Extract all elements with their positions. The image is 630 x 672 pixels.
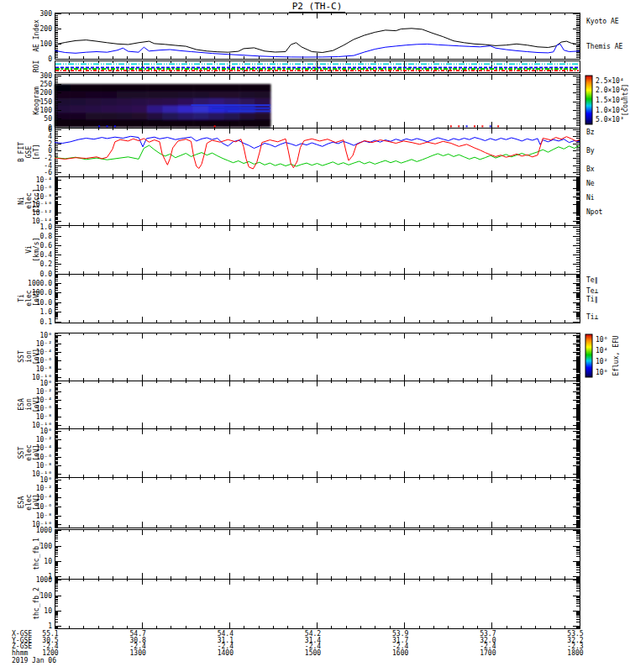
keogram-colorbar-label: 5.0×10³: [596, 116, 624, 123]
ae-index-ytick: 300: [40, 10, 53, 18]
panel-v-i: 0.00.20.40.60.81.0Vi[km/s]: [25, 223, 580, 278]
sst-elec-ytick: 10⁰: [40, 428, 52, 435]
keogram-ytick: 200: [40, 89, 53, 97]
esa-elec-ytick: 10⁻²: [36, 485, 52, 492]
b-fit-ytick: -2: [44, 155, 52, 162]
data-dot: [450, 125, 452, 127]
data-dot: [490, 125, 491, 127]
keogram-ytick: 250: [40, 81, 53, 88]
date-label: 2019 Jan 06: [12, 657, 56, 664]
b-fit-frame: [55, 128, 580, 176]
b-fit-ylabel: GSE: [25, 146, 33, 159]
n-i-legend-ne: Ne: [586, 180, 595, 187]
v-i-ytick: 0.0: [40, 270, 53, 278]
series-bx: [55, 136, 580, 148]
v-i-ytick: 1.0: [40, 223, 53, 231]
n-i-ylabel: Ni: [18, 197, 25, 205]
n-i-legend-ni: Ni: [586, 194, 595, 202]
footer-row-label: hhmm: [12, 649, 28, 657]
t-i-legend-te∥: Te∥: [586, 276, 598, 284]
sst-ion-ytick: 10⁻²: [36, 340, 52, 348]
plot-canvas: 0100200300AE IndexKyoto AEThemis AEROI05…: [0, 0, 630, 672]
panel-sst-ion: 10⁰10⁻²10⁻⁴10⁻⁶10⁻⁸10⁻¹⁰SSTion[eV]10⁶10⁴…: [18, 332, 620, 382]
keogram-ytick: 50: [44, 115, 52, 123]
sst-ion-frame: [55, 333, 580, 381]
footer-value: 1700: [480, 649, 496, 657]
footer-value: 1200: [42, 649, 58, 657]
tplot-window: P2 (TH-C) 0100200300AE IndexKyoto AEThem…: [0, 0, 630, 672]
v-i-frame: [55, 225, 580, 274]
sst-ion-ylabel: SST: [18, 350, 25, 363]
sst-ion-colorbar-label: 10²: [596, 358, 607, 365]
data-dot: [466, 125, 468, 127]
keogram-colorbar-label: 1.0×10⁴: [596, 107, 624, 114]
esa-ion-ylabel: ESA: [18, 398, 25, 411]
sst-ion-colorbar-unit: Eflux, EFU: [612, 335, 620, 375]
ae-index-legend-kyoto-ae: Kyoto AE: [586, 18, 619, 25]
sst-ion-ylabel: ion: [25, 350, 33, 363]
thc-fb-2-ytick: 10: [44, 607, 52, 615]
data-dot: [107, 125, 108, 127]
data-dot: [114, 125, 116, 127]
esa-elec-ylabel: [eV]: [33, 494, 40, 510]
b-fit-ylabel: B FIT: [18, 142, 25, 162]
esa-elec-ytick: 10⁰: [40, 476, 52, 484]
b-fit-ytick: 4: [48, 133, 52, 140]
panel-thc-fb-2: 1101001000thc_fb_2: [33, 576, 580, 630]
b-fit-ytick: 6: [48, 126, 52, 134]
footer-axis-labels: X-GSE55.154.754.454.253.953.753.5Y-GSE30…: [12, 630, 584, 664]
ae-index-ytick: 0: [48, 55, 52, 63]
footer-value: 1400: [218, 649, 234, 657]
data-dot: [474, 125, 475, 127]
esa-ion-ytick: 10⁰: [40, 380, 52, 387]
t-i-ylabel: [eV]: [33, 290, 40, 306]
b-fit-ytick: -4: [44, 162, 52, 170]
t-i-ylabel: elec: [25, 290, 33, 306]
footer-value: 1800: [567, 649, 583, 657]
sst-ion-colorbar-label: 10⁰: [596, 369, 607, 376]
panel-keogram: 050100150200250300Keogram2.5×10⁴2.0×10⁴1…: [33, 72, 629, 132]
v-i-ytick: 0.4: [40, 251, 53, 259]
sst-ion-ytick: 10⁰: [40, 332, 52, 339]
esa-ion-ylabel: [eV]: [33, 396, 40, 412]
esa-elec-ylabel: ESA: [18, 496, 25, 509]
n-i-ylabel: [1/cc]: [33, 189, 40, 213]
footer-value: 1600: [392, 649, 408, 657]
panel-ae-index: 0100200300AE IndexKyoto AEThemis AE: [33, 10, 623, 62]
sst-elec-frame: [55, 428, 580, 477]
sst-elec-ytick: 10⁻⁸: [36, 462, 52, 470]
n-i-ytick: 10⁻⁴: [36, 176, 52, 184]
thc-fb-2-ylabel: thc_fb_2: [33, 587, 40, 620]
b-fit-ytick: -6: [44, 169, 52, 176]
ae-index-ylabel: AE Index: [33, 19, 40, 52]
panel-sst-elec: 10⁰10⁻²10⁻⁴10⁻⁶10⁻⁸10⁻¹⁰SSTelec[eV]: [18, 428, 580, 479]
v-i-ytick: 0.6: [40, 242, 53, 249]
keogram-colorbar-label: 1.5×10⁴: [596, 97, 624, 104]
b-fit-legend-bz: Bz: [586, 129, 595, 136]
n-i-ylabel: elec: [25, 192, 33, 208]
t-i-legend-ti⊥: Ti⊥: [586, 313, 599, 321]
ae-index-ytick: 100: [40, 40, 53, 48]
thc-fb-2-ytick: 1: [48, 622, 52, 630]
esa-elec-ylabel: elec: [25, 494, 33, 510]
thc-fb-1-ytick: 100: [40, 543, 53, 550]
footer-value: 1300: [130, 649, 146, 657]
roi-ylabel: ROI: [33, 60, 40, 73]
esa-elec-frame: [55, 477, 580, 528]
footer-value: 1500: [305, 649, 321, 657]
thc-fb-1-ylabel: thc_fb_1: [33, 538, 40, 570]
t-i-frame: [55, 274, 580, 323]
keogram-ytick: 300: [40, 72, 53, 80]
t-i-ylabel: Ti: [18, 294, 25, 302]
v-i-ylabel: Vi: [25, 245, 33, 254]
sst-ion-colorbar-label: 10⁴: [596, 347, 607, 354]
t-i-ytick: 1.0: [40, 308, 53, 316]
b-fit-ylabel: [nT]: [33, 144, 40, 160]
keogram-colorbar-unit: [counts]: [622, 84, 629, 117]
thc-fb-2-frame: [55, 579, 580, 628]
sst-elec-ylabel: [eV]: [33, 444, 40, 460]
esa-elec-ytick: 10⁻⁸: [36, 512, 52, 520]
panel-t-i: 0.11.010.0100.01000.0Tielec[eV]Te∥Te⊥Ti∥…: [18, 274, 599, 326]
series-by: [55, 145, 580, 166]
sst-elec-ytick: 10⁻²: [36, 436, 52, 444]
